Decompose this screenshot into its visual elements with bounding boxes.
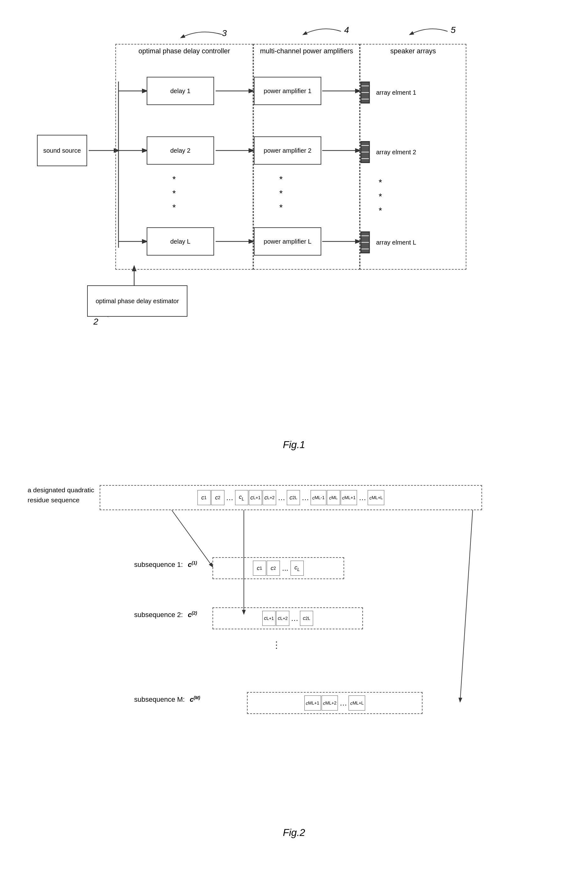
array2-element: array elment 2 <box>360 141 416 163</box>
subM-cMLpL: cML+L <box>348 695 365 710</box>
subseq1-row: subsequence 1: c(1) <box>134 560 197 569</box>
label-num3: 3 <box>222 28 227 38</box>
cell-cL2: cL+2 <box>262 490 276 505</box>
subseqM-inner: cML+1 cML+2 … cML+L <box>302 693 368 713</box>
sub2-c2L: c2L <box>300 611 313 626</box>
sub1-c1: c1 <box>253 561 266 576</box>
fig2-diagram: a designated quadratic residue sequence … <box>28 470 560 814</box>
speaker-arrays-label: speaker arrays <box>372 47 454 56</box>
pa-dots: *** <box>279 173 283 215</box>
cell-cML-1: cML-1 <box>310 490 326 505</box>
sub1-cL: cL <box>291 561 304 576</box>
subseq2-row: subsequence 2: c(2) <box>134 611 197 619</box>
array1-element: array elment 1 <box>360 81 416 104</box>
cell-dots2: … <box>277 493 286 502</box>
paL-box: power amplifier L <box>254 227 321 255</box>
optimal-phase-label: optimal phase delay controller <box>128 47 241 56</box>
delay2-box: delay 2 <box>147 137 214 165</box>
subM-cML1: cML+1 <box>304 695 321 710</box>
fig2-label: Fig.2 <box>25 827 563 839</box>
sub1-dots: ... <box>280 564 290 573</box>
subseq2-box: cL+1 cL+2 … c2L <box>213 607 363 629</box>
svg-line-12 <box>172 510 213 567</box>
fig1-label: Fig.1 <box>25 439 563 450</box>
delay1-box: delay 1 <box>147 77 214 105</box>
multichannel-pa-label: multi-channel power amplifiers <box>256 47 357 56</box>
subseq1-vec: c(1) <box>188 560 197 569</box>
array-dots: *** <box>379 176 382 218</box>
subseq1-box: c1 c2 ... cL <box>213 557 344 579</box>
cell-cL: cL <box>235 490 248 505</box>
sub2-cL2: cL+2 <box>276 611 289 626</box>
sub2-cL1: cL+1 <box>262 611 276 626</box>
label-num2: 2 <box>93 317 98 327</box>
label-num5: 5 <box>451 25 456 35</box>
cell-dots1: … <box>225 493 234 502</box>
subM-cML2: cML+2 <box>322 695 338 710</box>
svg-line-14 <box>460 510 472 701</box>
cell-dots3: … <box>301 493 310 502</box>
cell-cML: cML <box>327 490 340 505</box>
subseqM-vec: c(M) <box>190 695 200 704</box>
subseq2-label: subsequence 2: <box>134 611 183 619</box>
pa2-box: power amplifier 2 <box>254 137 321 165</box>
delay-dots: *** <box>172 173 176 215</box>
subseq2-vec: c(2) <box>188 611 197 619</box>
arrayL-element: array elment L <box>360 231 416 254</box>
cell-c2: c2 <box>211 490 224 505</box>
main-sequence-box: c1 c2 … cL cL+1 cL+2 … c2L … cML-1 cML c… <box>100 485 482 510</box>
cell-cL1: cL+1 <box>249 490 262 505</box>
fig1-diagram: 1 2 3 4 5 sound source optimal phase del… <box>28 19 560 426</box>
main-seq-inner: c1 c2 … cL cL+1 cL+2 … c2L … cML-1 cML c… <box>195 486 387 510</box>
sub2-dots: … <box>290 614 299 623</box>
cell-c2L: c2L <box>287 490 300 505</box>
subseq1-inner: c1 c2 ... cL <box>250 558 306 578</box>
cell-c1: c1 <box>198 490 211 505</box>
cell-cML1: cML+1 <box>341 490 357 505</box>
label-num4: 4 <box>344 25 349 35</box>
subseqM-box: cML+1 cML+2 … cML+L <box>247 692 423 714</box>
sub1-c2: c2 <box>267 561 280 576</box>
subM-dots: … <box>339 699 348 707</box>
cell-dots4: … <box>358 493 367 502</box>
delayL-box: delay L <box>147 227 214 255</box>
vert-dots: ⋮ <box>272 639 281 651</box>
cell-cMLpL: cML+L <box>368 490 384 505</box>
designated-label: a designated quadratic residue sequence <box>28 485 96 505</box>
pa1-box: power amplifier 1 <box>254 77 321 105</box>
subseq2-inner: cL+1 cL+2 … c2L <box>260 608 316 629</box>
subseqM-label: subsequence M: <box>134 695 184 704</box>
sound-source-box: sound source <box>37 135 87 166</box>
fig2-arrows <box>28 470 560 814</box>
subseqM-row: subsequence M: c(M) <box>134 695 200 704</box>
estimator-box: optimal phase delay estimator <box>87 285 188 317</box>
subseq1-label: subsequence 1: <box>134 561 183 569</box>
